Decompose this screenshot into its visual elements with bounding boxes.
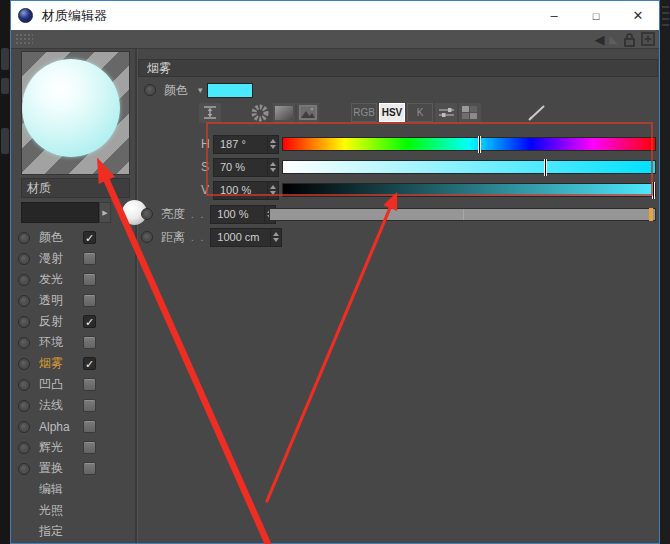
item-label[interactable]: 编辑 xyxy=(39,481,63,498)
radio-icon[interactable] xyxy=(141,231,153,243)
item-illumination[interactable]: 光照 xyxy=(15,500,133,521)
channel-row-luminance[interactable]: 发光 xyxy=(15,269,133,290)
distance-value-field[interactable]: 1000 cm xyxy=(210,228,282,247)
rgb-mode-button[interactable]: RGB xyxy=(351,103,377,122)
item-label[interactable]: 光照 xyxy=(39,502,63,519)
channel-checkbox[interactable] xyxy=(83,399,96,412)
channel-label[interactable]: 置换 xyxy=(39,460,81,477)
drag-grip-icon[interactable] xyxy=(15,33,33,46)
channel-label[interactable]: 颜色 xyxy=(39,229,81,246)
value-gradient-bar[interactable] xyxy=(282,183,656,197)
hue-gradient-bar[interactable] xyxy=(282,137,656,151)
channel-row-environment[interactable]: 环境 xyxy=(15,332,133,353)
value-marker[interactable] xyxy=(652,182,655,199)
distance-value[interactable]: 1000 cm xyxy=(211,231,270,243)
v-value[interactable]: 100 % xyxy=(214,184,267,196)
saturation-gradient-bar[interactable] xyxy=(282,160,656,174)
brightness-slider-handle[interactable] xyxy=(649,208,653,221)
material-name-input[interactable] xyxy=(21,202,99,223)
radio-icon[interactable] xyxy=(144,84,156,96)
channel-row-diffusion[interactable]: 漫射 xyxy=(15,248,133,269)
radio-icon[interactable] xyxy=(18,295,30,307)
kelvin-mode-button[interactable]: K xyxy=(407,103,433,122)
maximize-button[interactable]: □ xyxy=(575,1,617,30)
radio-icon[interactable] xyxy=(18,232,30,244)
radio-icon[interactable] xyxy=(18,442,30,454)
radio-icon[interactable] xyxy=(18,379,30,391)
channel-row-bump[interactable]: 凹凸 xyxy=(15,374,133,395)
radio-icon[interactable] xyxy=(141,208,153,220)
titlebar[interactable]: 材质编辑器 – □ ✕ xyxy=(11,1,659,30)
image-button[interactable] xyxy=(297,103,319,123)
channel-row-fog[interactable]: 烟雾 ✓ xyxy=(15,353,133,374)
channel-checkbox[interactable] xyxy=(83,462,96,475)
radio-icon[interactable] xyxy=(18,274,30,286)
chevron-down-icon[interactable]: ▾ xyxy=(198,85,203,95)
close-button[interactable]: ✕ xyxy=(617,1,659,30)
v-value-field[interactable]: 100 % xyxy=(213,181,279,200)
channel-checkbox[interactable]: ✓ xyxy=(83,231,96,244)
back-arrow-icon[interactable]: ◀ xyxy=(595,33,605,46)
radio-icon[interactable] xyxy=(18,253,30,265)
compact-view-button[interactable] xyxy=(199,103,221,123)
channel-checkbox[interactable] xyxy=(83,420,96,433)
brightness-value-field[interactable]: 100 % xyxy=(210,205,276,224)
radio-icon[interactable] xyxy=(18,400,30,412)
spectrum-button[interactable] xyxy=(273,103,295,123)
channel-checkbox[interactable] xyxy=(83,252,96,265)
brightness-value[interactable]: 100 % xyxy=(211,208,264,220)
name-expand-button[interactable]: ▶ xyxy=(99,202,111,223)
radio-icon[interactable] xyxy=(18,463,30,475)
channel-row-transparency[interactable]: 透明 xyxy=(15,290,133,311)
minimize-button[interactable]: – xyxy=(533,1,575,30)
channel-label[interactable]: 漫射 xyxy=(39,250,81,267)
channel-row-displacement[interactable]: 置换 xyxy=(15,458,133,479)
channel-checkbox[interactable] xyxy=(83,378,96,391)
saturation-marker[interactable] xyxy=(544,159,547,176)
color-wheel-button[interactable] xyxy=(249,103,271,123)
add-icon[interactable] xyxy=(641,32,655,46)
material-preview[interactable] xyxy=(21,51,130,175)
h-value[interactable]: 187 ° xyxy=(214,138,267,150)
channel-label[interactable]: 发光 xyxy=(39,271,81,288)
channel-checkbox[interactable]: ✓ xyxy=(83,357,96,370)
channel-checkbox[interactable] xyxy=(83,273,96,286)
distance-stepper[interactable] xyxy=(270,229,281,246)
fog-color-swatch[interactable] xyxy=(207,83,253,98)
h-stepper[interactable] xyxy=(267,136,278,153)
channel-row-reflection[interactable]: 反射 ✓ xyxy=(15,311,133,332)
radio-icon[interactable] xyxy=(18,316,30,328)
channel-checkbox[interactable] xyxy=(83,294,96,307)
radio-icon[interactable] xyxy=(18,358,30,370)
mixer-button[interactable] xyxy=(435,103,457,123)
channel-row-glow[interactable]: 辉光 xyxy=(15,437,133,458)
item-label[interactable]: 指定 xyxy=(39,523,63,540)
radio-icon[interactable] xyxy=(18,421,30,433)
channel-label[interactable]: 透明 xyxy=(39,292,81,309)
channel-label[interactable]: 辉光 xyxy=(39,439,81,456)
channel-checkbox[interactable] xyxy=(83,336,96,349)
channel-checkbox[interactable]: ✓ xyxy=(83,315,96,328)
h-value-field[interactable]: 187 ° xyxy=(213,135,279,154)
lock-icon[interactable] xyxy=(623,32,636,47)
channel-label[interactable]: 反射 xyxy=(39,313,81,330)
item-assign[interactable]: 指定 xyxy=(15,521,133,542)
hsv-mode-button[interactable]: HSV xyxy=(379,103,405,122)
v-stepper[interactable] xyxy=(267,182,278,199)
channel-label[interactable]: 凹凸 xyxy=(39,376,81,393)
s-stepper[interactable] xyxy=(267,159,278,176)
channel-label[interactable]: Alpha xyxy=(39,420,81,434)
channel-row-alpha[interactable]: Alpha xyxy=(15,416,133,437)
brightness-slider[interactable] xyxy=(269,208,656,221)
s-value-field[interactable]: 70 % xyxy=(213,158,279,177)
radio-icon[interactable] xyxy=(18,337,30,349)
channel-row-normal[interactable]: 法线 xyxy=(15,395,133,416)
item-edit[interactable]: 编辑 xyxy=(15,479,133,500)
swatches-button[interactable] xyxy=(459,103,481,123)
channel-label[interactable]: 环境 xyxy=(39,334,81,351)
channel-label-active[interactable]: 烟雾 xyxy=(39,355,81,372)
pen-icon[interactable] xyxy=(527,105,547,121)
channel-row-color[interactable]: 颜色 ✓ xyxy=(15,227,133,248)
s-value[interactable]: 70 % xyxy=(214,161,267,173)
channel-checkbox[interactable] xyxy=(83,441,96,454)
